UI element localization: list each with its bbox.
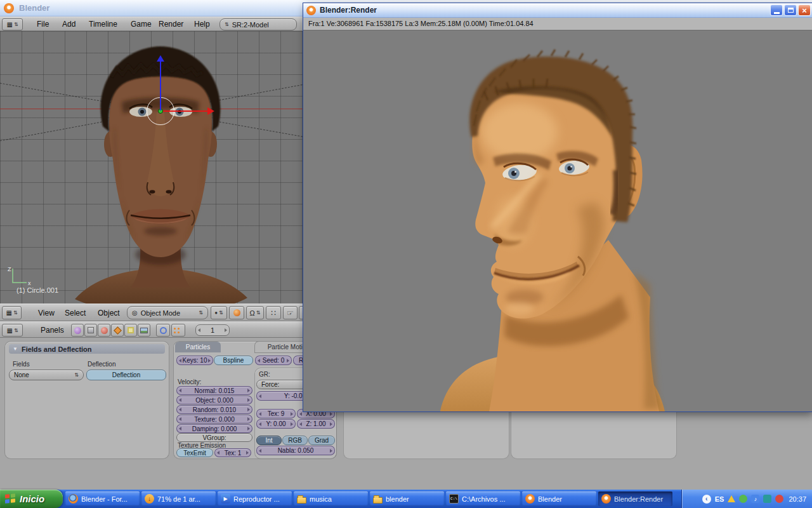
- antivirus-icon[interactable]: [775, 495, 783, 503]
- tex-field[interactable]: Tex: 1: [214, 448, 251, 457]
- stepper-icon: ⇅: [74, 372, 79, 378]
- normal-slider[interactable]: Normal: 0.015: [176, 386, 252, 395]
- object-slider[interactable]: Object: 0.000: [176, 396, 252, 404]
- screen-selector-dropdown[interactable]: ⇅ SR:2-Model: [219, 18, 297, 30]
- stepper-icon: ⇅: [14, 328, 18, 333]
- script-button[interactable]: [84, 324, 97, 337]
- restore-icon: [788, 8, 794, 13]
- random-slider[interactable]: Random: 0.010: [176, 405, 252, 414]
- mode-dropdown[interactable]: ◎ Object Mode ⇅: [127, 306, 208, 319]
- shading-button[interactable]: [98, 324, 110, 337]
- stepper-icon: ⇅: [256, 310, 261, 316]
- manipulator-button[interactable]: ☞: [283, 306, 298, 319]
- taskbar-button-musica[interactable]: musica: [294, 491, 368, 506]
- grad-toggle[interactable]: Grad: [308, 436, 335, 445]
- firefox-icon: [69, 494, 78, 504]
- menu-help[interactable]: Help: [194, 20, 210, 29]
- network-icon[interactable]: [763, 495, 771, 503]
- stepper-icon: ⇅: [225, 22, 229, 27]
- taskbar-button-firefox[interactable]: Blender - For...: [65, 491, 140, 506]
- minimize-icon: [774, 12, 780, 14]
- tex-channel-field[interactable]: Tex: 9: [256, 409, 296, 418]
- taskbar-button-blender-folder[interactable]: blender: [370, 491, 444, 506]
- snap-button[interactable]: ∷: [266, 306, 281, 319]
- object-button[interactable]: [111, 324, 124, 337]
- z-axis-arrow[interactable]: [160, 61, 161, 110]
- z-field[interactable]: Z: 1.00: [297, 419, 335, 429]
- physics-button[interactable]: [156, 324, 170, 337]
- tab-particles[interactable]: Particles: [175, 342, 221, 352]
- shading-icon: [101, 327, 108, 334]
- int-toggle[interactable]: Int: [256, 436, 282, 445]
- panels-menu[interactable]: Panels: [41, 326, 64, 335]
- render-window: Blender:Render × Fra:1 Ve:3068961 Fa:153…: [303, 3, 812, 411]
- buttons-type-button[interactable]: ▦⇅: [2, 324, 23, 337]
- stepper-icon: ⇅: [13, 310, 18, 316]
- viewport-type-button[interactable]: ▦⇅: [2, 306, 22, 319]
- window-type-icon: ▦: [6, 327, 12, 334]
- stepper-icon: ⇅: [199, 310, 203, 316]
- nabla-field[interactable]: Nabla: 0.050: [256, 446, 335, 455]
- stepper-icon: ⇅: [14, 22, 18, 27]
- y-field[interactable]: Y: 0.00: [256, 419, 296, 429]
- mode-icon: ◎: [132, 309, 138, 316]
- pivot-dropdown[interactable]: Ω⇅: [246, 306, 264, 319]
- mode-value: Object Mode: [141, 309, 180, 317]
- script-icon: [88, 327, 94, 333]
- language-indicator[interactable]: ES: [715, 495, 724, 503]
- messenger-icon[interactable]: [739, 495, 747, 503]
- render-window-title: Blender:Render: [320, 6, 377, 15]
- system-tray: ‹ ES ♪ 20:37: [681, 490, 812, 508]
- close-button[interactable]: ×: [798, 4, 811, 16]
- vgroup-field[interactable]: VGroup:: [176, 433, 252, 442]
- start-button[interactable]: Inicio: [0, 490, 63, 508]
- logic-button[interactable]: [71, 324, 84, 337]
- seed-field[interactable]: Seed: 0: [255, 356, 292, 365]
- menu-add[interactable]: Add: [62, 20, 75, 29]
- rgb-toggle[interactable]: RGB: [282, 436, 308, 445]
- viewport-canvas[interactable]: Z x (1) Circle.001: [0, 31, 304, 304]
- deflection-toggle[interactable]: Deflection: [86, 370, 166, 380]
- taskbar-button-label: 71% de 1 ar...: [157, 495, 200, 503]
- alert-icon[interactable]: [728, 495, 735, 502]
- window-type-button[interactable]: ▦⇅: [2, 18, 23, 30]
- menu-file[interactable]: File: [37, 20, 49, 29]
- clock: 20:37: [789, 495, 806, 503]
- menu-render[interactable]: Render: [159, 20, 183, 29]
- menu-view[interactable]: View: [38, 309, 55, 318]
- x-axis-arrow[interactable]: [163, 110, 207, 112]
- editing-button[interactable]: [124, 324, 137, 337]
- bspline-toggle[interactable]: Bspline: [214, 356, 253, 365]
- taskbar-button-cmd[interactable]: C:\ C:\Archivos ...: [446, 491, 520, 506]
- taskbar-button-download[interactable]: ↓ 71% de 1 ar...: [141, 491, 216, 506]
- menu-select[interactable]: Select: [65, 309, 86, 318]
- axis-z-label: Z: [8, 266, 11, 272]
- render-titlebar[interactable]: Blender:Render ×: [303, 3, 812, 18]
- texemit-toggle[interactable]: TexEmit: [176, 448, 213, 457]
- menu-timeline[interactable]: Timeline: [89, 20, 117, 29]
- fields-type-dropdown[interactable]: None ⇅: [9, 370, 84, 380]
- taskbar-button-blender-render[interactable]: Blender:Render: [598, 491, 672, 506]
- particle-buttons-button[interactable]: [171, 324, 185, 337]
- taskbar-button-label: Blender: [538, 495, 562, 503]
- frame-number-field[interactable]: 1: [195, 324, 230, 336]
- blender-icon: [525, 494, 535, 504]
- draw-type-dropdown[interactable]: ●⇅: [211, 306, 227, 319]
- taskbar-button-blender[interactable]: Blender: [522, 491, 596, 506]
- scene-button[interactable]: [138, 324, 150, 337]
- collapse-triangle-icon: ▼: [13, 346, 18, 352]
- desktop: Blender ▦⇅ File Add Timeline Game Render…: [0, 0, 812, 508]
- damping-slider[interactable]: Damping: 0.000: [176, 424, 252, 433]
- volume-icon[interactable]: ♪: [751, 495, 759, 503]
- taskbar-button-media-player[interactable]: ▶ Reproductor ...: [218, 491, 292, 506]
- restore-button[interactable]: [784, 4, 797, 16]
- menu-game[interactable]: Game: [131, 20, 152, 29]
- velocity-label: Velocity:: [178, 378, 201, 385]
- texture-slider[interactable]: Texture: 0.000: [176, 415, 252, 424]
- keys-field[interactable]: Keys: 10: [176, 356, 213, 365]
- menu-object[interactable]: Object: [98, 309, 120, 318]
- hide-icons-chevron[interactable]: ‹: [702, 495, 711, 504]
- minimize-button[interactable]: [770, 4, 783, 16]
- panel-header[interactable]: ▼ Fields and Deflection: [9, 344, 165, 354]
- material-preview-button[interactable]: [229, 306, 244, 319]
